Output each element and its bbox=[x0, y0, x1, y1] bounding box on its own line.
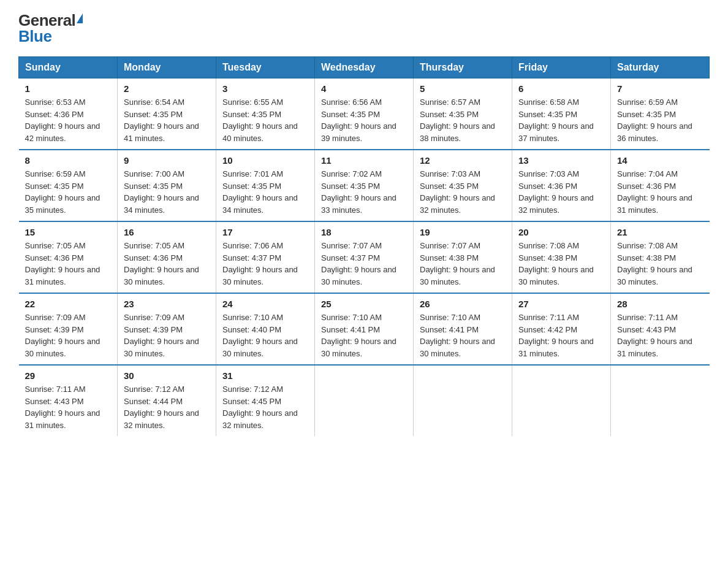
day-number: 7 bbox=[617, 83, 703, 94]
calendar-day-cell: 23 Sunrise: 7:09 AMSunset: 4:39 PMDaylig… bbox=[118, 293, 216, 365]
day-number: 18 bbox=[321, 227, 407, 237]
weekday-header-tuesday: Tuesday bbox=[216, 57, 315, 79]
calendar-day-cell: 17 Sunrise: 7:06 AMSunset: 4:37 PMDaylig… bbox=[216, 221, 315, 293]
weekday-header-friday: Friday bbox=[512, 57, 611, 79]
day-info: Sunrise: 6:59 AMSunset: 4:35 PMDaylight:… bbox=[617, 98, 692, 143]
day-number: 10 bbox=[222, 155, 308, 166]
calendar-day-cell bbox=[315, 365, 414, 436]
day-number: 12 bbox=[420, 155, 506, 166]
day-info: Sunrise: 7:08 AMSunset: 4:38 PMDaylight:… bbox=[518, 241, 594, 286]
day-info: Sunrise: 7:07 AMSunset: 4:38 PMDaylight:… bbox=[420, 241, 495, 286]
day-number: 11 bbox=[321, 155, 407, 166]
day-info: Sunrise: 6:56 AMSunset: 4:35 PMDaylight:… bbox=[321, 98, 396, 143]
day-info: Sunrise: 7:11 AMSunset: 4:42 PMDaylight:… bbox=[518, 313, 594, 358]
weekday-header-wednesday: Wednesday bbox=[315, 57, 414, 79]
day-number: 16 bbox=[124, 227, 210, 237]
weekday-header-row: SundayMondayTuesdayWednesdayThursdayFrid… bbox=[19, 57, 710, 79]
calendar-day-cell: 11 Sunrise: 7:02 AMSunset: 4:35 PMDaylig… bbox=[315, 150, 414, 221]
calendar-day-cell: 27 Sunrise: 7:11 AMSunset: 4:42 PMDaylig… bbox=[512, 293, 611, 365]
day-info: Sunrise: 7:10 AMSunset: 4:41 PMDaylight:… bbox=[321, 313, 396, 358]
day-info: Sunrise: 7:00 AMSunset: 4:35 PMDaylight:… bbox=[124, 169, 199, 215]
calendar-day-cell: 28 Sunrise: 7:11 AMSunset: 4:43 PMDaylig… bbox=[611, 293, 710, 365]
calendar-week-row: 1 Sunrise: 6:53 AMSunset: 4:36 PMDayligh… bbox=[19, 79, 710, 150]
calendar-day-cell: 8 Sunrise: 6:59 AMSunset: 4:35 PMDayligh… bbox=[19, 150, 118, 221]
day-number: 20 bbox=[518, 227, 604, 237]
weekday-header-saturday: Saturday bbox=[611, 57, 710, 79]
day-info: Sunrise: 7:03 AMSunset: 4:36 PMDaylight:… bbox=[518, 169, 594, 215]
day-number: 24 bbox=[222, 299, 308, 309]
day-info: Sunrise: 6:54 AMSunset: 4:35 PMDaylight:… bbox=[124, 98, 199, 143]
calendar-day-cell bbox=[512, 365, 611, 436]
calendar-day-cell: 5 Sunrise: 6:57 AMSunset: 4:35 PMDayligh… bbox=[414, 79, 512, 150]
day-number: 5 bbox=[420, 83, 506, 94]
calendar-day-cell: 6 Sunrise: 6:58 AMSunset: 4:35 PMDayligh… bbox=[512, 79, 611, 150]
calendar-day-cell: 12 Sunrise: 7:03 AMSunset: 4:35 PMDaylig… bbox=[414, 150, 512, 221]
calendar-day-cell: 13 Sunrise: 7:03 AMSunset: 4:36 PMDaylig… bbox=[512, 150, 611, 221]
day-number: 21 bbox=[617, 227, 703, 237]
day-number: 26 bbox=[420, 299, 506, 309]
day-info: Sunrise: 6:57 AMSunset: 4:35 PMDaylight:… bbox=[420, 98, 495, 143]
calendar-day-cell: 7 Sunrise: 6:59 AMSunset: 4:35 PMDayligh… bbox=[611, 79, 710, 150]
day-number: 13 bbox=[518, 155, 604, 166]
day-info: Sunrise: 7:05 AMSunset: 4:36 PMDaylight:… bbox=[25, 241, 100, 286]
calendar-day-cell: 2 Sunrise: 6:54 AMSunset: 4:35 PMDayligh… bbox=[118, 79, 216, 150]
calendar-day-cell: 29 Sunrise: 7:11 AMSunset: 4:43 PMDaylig… bbox=[19, 365, 118, 436]
day-number: 17 bbox=[222, 227, 308, 237]
day-number: 28 bbox=[617, 299, 703, 309]
day-info: Sunrise: 7:10 AMSunset: 4:41 PMDaylight:… bbox=[420, 313, 495, 358]
calendar-day-cell: 4 Sunrise: 6:56 AMSunset: 4:35 PMDayligh… bbox=[315, 79, 414, 150]
day-info: Sunrise: 7:04 AMSunset: 4:36 PMDaylight:… bbox=[617, 169, 692, 215]
calendar-day-cell: 1 Sunrise: 6:53 AMSunset: 4:36 PMDayligh… bbox=[19, 79, 118, 150]
day-number: 23 bbox=[124, 299, 210, 309]
calendar-day-cell bbox=[611, 365, 710, 436]
day-info: Sunrise: 7:08 AMSunset: 4:38 PMDaylight:… bbox=[617, 241, 692, 286]
day-info: Sunrise: 7:10 AMSunset: 4:40 PMDaylight:… bbox=[222, 313, 298, 358]
day-number: 2 bbox=[124, 83, 210, 94]
day-number: 22 bbox=[25, 299, 112, 309]
day-info: Sunrise: 7:06 AMSunset: 4:37 PMDaylight:… bbox=[222, 241, 298, 286]
day-info: Sunrise: 7:11 AMSunset: 4:43 PMDaylight:… bbox=[617, 313, 692, 358]
day-number: 4 bbox=[321, 83, 407, 94]
day-number: 30 bbox=[124, 370, 210, 381]
day-info: Sunrise: 7:09 AMSunset: 4:39 PMDaylight:… bbox=[25, 313, 100, 358]
calendar-day-cell: 18 Sunrise: 7:07 AMSunset: 4:37 PMDaylig… bbox=[315, 221, 414, 293]
day-info: Sunrise: 7:03 AMSunset: 4:35 PMDaylight:… bbox=[420, 169, 495, 215]
weekday-header-sunday: Sunday bbox=[19, 57, 118, 79]
calendar-week-row: 15 Sunrise: 7:05 AMSunset: 4:36 PMDaylig… bbox=[19, 221, 710, 293]
calendar-week-row: 29 Sunrise: 7:11 AMSunset: 4:43 PMDaylig… bbox=[19, 365, 710, 436]
logo-blue-text: Blue bbox=[18, 28, 83, 44]
day-number: 29 bbox=[25, 370, 112, 381]
day-number: 8 bbox=[25, 155, 112, 166]
calendar-day-cell: 21 Sunrise: 7:08 AMSunset: 4:38 PMDaylig… bbox=[611, 221, 710, 293]
day-number: 15 bbox=[25, 227, 112, 237]
day-info: Sunrise: 7:09 AMSunset: 4:39 PMDaylight:… bbox=[124, 313, 199, 358]
day-number: 25 bbox=[321, 299, 407, 309]
day-info: Sunrise: 7:12 AMSunset: 4:44 PMDaylight:… bbox=[124, 385, 199, 430]
day-info: Sunrise: 7:07 AMSunset: 4:37 PMDaylight:… bbox=[321, 241, 396, 286]
calendar-day-cell: 25 Sunrise: 7:10 AMSunset: 4:41 PMDaylig… bbox=[315, 293, 414, 365]
calendar-day-cell: 10 Sunrise: 7:01 AMSunset: 4:35 PMDaylig… bbox=[216, 150, 315, 221]
calendar-week-row: 22 Sunrise: 7:09 AMSunset: 4:39 PMDaylig… bbox=[19, 293, 710, 365]
day-info: Sunrise: 7:05 AMSunset: 4:36 PMDaylight:… bbox=[124, 241, 199, 286]
day-info: Sunrise: 6:59 AMSunset: 4:35 PMDaylight:… bbox=[25, 169, 100, 215]
page-header: General Blue bbox=[18, 12, 710, 44]
logo-triangle-icon bbox=[77, 13, 83, 23]
calendar-day-cell: 9 Sunrise: 7:00 AMSunset: 4:35 PMDayligh… bbox=[118, 150, 216, 221]
calendar-day-cell: 19 Sunrise: 7:07 AMSunset: 4:38 PMDaylig… bbox=[414, 221, 512, 293]
day-number: 3 bbox=[222, 83, 308, 94]
calendar-day-cell: 30 Sunrise: 7:12 AMSunset: 4:44 PMDaylig… bbox=[118, 365, 216, 436]
day-info: Sunrise: 7:02 AMSunset: 4:35 PMDaylight:… bbox=[321, 169, 396, 215]
calendar-day-cell: 31 Sunrise: 7:12 AMSunset: 4:45 PMDaylig… bbox=[216, 365, 315, 436]
day-info: Sunrise: 6:55 AMSunset: 4:35 PMDaylight:… bbox=[222, 98, 298, 143]
day-number: 14 bbox=[617, 155, 703, 166]
day-number: 1 bbox=[25, 83, 112, 94]
calendar-day-cell: 24 Sunrise: 7:10 AMSunset: 4:40 PMDaylig… bbox=[216, 293, 315, 365]
weekday-header-monday: Monday bbox=[118, 57, 216, 79]
day-number: 19 bbox=[420, 227, 506, 237]
calendar-day-cell: 16 Sunrise: 7:05 AMSunset: 4:36 PMDaylig… bbox=[118, 221, 216, 293]
calendar-week-row: 8 Sunrise: 6:59 AMSunset: 4:35 PMDayligh… bbox=[19, 150, 710, 221]
calendar-day-cell: 15 Sunrise: 7:05 AMSunset: 4:36 PMDaylig… bbox=[19, 221, 118, 293]
day-info: Sunrise: 6:58 AMSunset: 4:35 PMDaylight:… bbox=[518, 98, 594, 143]
day-number: 31 bbox=[222, 370, 308, 381]
calendar-day-cell: 22 Sunrise: 7:09 AMSunset: 4:39 PMDaylig… bbox=[19, 293, 118, 365]
